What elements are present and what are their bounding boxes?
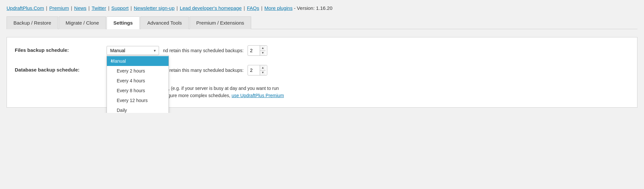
sep-8: | xyxy=(261,5,262,11)
files-backup-controls: Manual ▼ Manual Every 2 hours Every 4 ho… xyxy=(107,45,629,56)
files-retain-up[interactable]: ▲ xyxy=(260,46,266,51)
updraftplus-link[interactable]: UpdraftPlus.Com xyxy=(7,5,44,11)
version-text: - Version: 1.16.20 xyxy=(294,5,332,11)
db-retain-input[interactable] xyxy=(248,68,260,73)
tab-settings[interactable]: Settings xyxy=(107,16,140,29)
support-link[interactable]: Support xyxy=(111,5,129,11)
tabs-container: Backup / Restore Migrate / Clone Setting… xyxy=(7,16,637,29)
dropdown-item-4h[interactable]: Every 4 hours xyxy=(107,76,169,86)
tab-backup[interactable]: Backup / Restore xyxy=(7,16,58,29)
dropdown-item-2h[interactable]: Every 2 hours xyxy=(107,66,169,76)
db-retain-down[interactable]: ▼ xyxy=(260,71,266,75)
sep-6: | xyxy=(176,5,178,11)
db-backup-label: Database backup schedule: xyxy=(15,65,107,73)
nav-links: UpdraftPlus.Com | Premium | News | Twitt… xyxy=(7,5,637,11)
files-retain-input[interactable] xyxy=(248,48,260,53)
files-backup-label: Files backup schedule: xyxy=(15,45,107,53)
sep-3: | xyxy=(89,5,90,11)
third-row: ch a backup should take place, (e.g. if … xyxy=(107,85,629,99)
files-retain-text: nd retain this many scheduled backups: xyxy=(163,48,244,53)
dropdown-item-manual[interactable]: Manual xyxy=(107,56,169,66)
twitter-link[interactable]: Twitter xyxy=(91,5,106,11)
files-backup-row: Files backup schedule: Manual ▼ Manual E… xyxy=(15,45,629,56)
faqs-link[interactable]: FAQs xyxy=(247,5,259,11)
tab-migrate[interactable]: Migrate / Clone xyxy=(59,16,106,29)
premium-link[interactable]: Premium xyxy=(49,5,69,11)
premium-link-inline[interactable]: use UpdraftPlus Premium xyxy=(231,93,284,98)
sep-4: | xyxy=(108,5,110,11)
sep-7: | xyxy=(244,5,245,11)
db-backup-controls: Manual ▼ nd retain this many scheduled b… xyxy=(107,65,629,75)
settings-content: Files backup schedule: Manual ▼ Manual E… xyxy=(7,37,637,108)
db-retain-spinners: ▲ ▼ xyxy=(260,65,266,75)
files-schedule-select[interactable]: Manual xyxy=(107,46,159,55)
db-retain-count: ▲ ▼ xyxy=(248,65,267,75)
more-plugins-link[interactable]: More plugins xyxy=(264,5,292,11)
sep-5: | xyxy=(131,5,132,11)
news-link[interactable]: News xyxy=(74,5,87,11)
sep-1: | xyxy=(46,5,47,11)
lead-dev-link[interactable]: Lead developer's homepage xyxy=(180,5,242,11)
files-schedule-dropdown: Manual Every 2 hours Every 4 hours Every… xyxy=(107,55,169,113)
dropdown-item-12h[interactable]: Every 12 hours xyxy=(107,95,169,105)
tab-advanced[interactable]: Advanced Tools xyxy=(140,16,189,29)
files-retain-count: ▲ ▼ xyxy=(248,45,267,56)
db-retain-up[interactable]: ▲ xyxy=(260,65,266,71)
dropdown-item-daily[interactable]: Daily xyxy=(107,105,169,113)
sep-2: | xyxy=(71,5,72,11)
dropdown-item-8h[interactable]: Every 8 hours xyxy=(107,86,169,95)
files-retain-down[interactable]: ▼ xyxy=(260,51,266,56)
files-retain-spinners: ▲ ▼ xyxy=(260,46,266,55)
tab-premium[interactable]: Premium / Extensions xyxy=(190,16,251,29)
newsletter-link[interactable]: Newsletter sign-up xyxy=(134,5,174,11)
db-retain-text: nd retain this many scheduled backups: xyxy=(163,68,244,73)
page-wrapper: UpdraftPlus.Com | Premium | News | Twitt… xyxy=(0,0,644,113)
files-schedule-select-wrapper[interactable]: Manual ▼ Manual Every 2 hours Every 4 ho… xyxy=(107,46,159,55)
